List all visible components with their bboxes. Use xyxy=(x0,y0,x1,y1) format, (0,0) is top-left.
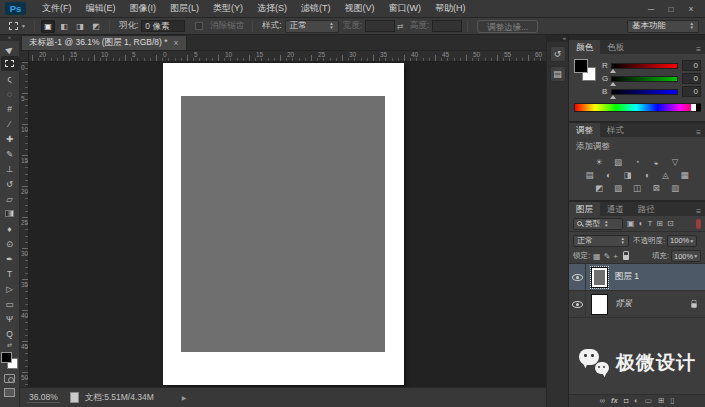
b-channel-value[interactable]: 0 xyxy=(682,86,701,97)
zoom-tool[interactable]: Q xyxy=(1,326,19,341)
panel-menu-icon[interactable]: ≡ xyxy=(696,128,705,137)
new-selection-button[interactable]: ▣ xyxy=(41,20,55,33)
gradient-tool[interactable] xyxy=(1,206,19,221)
eye-icon[interactable] xyxy=(572,274,583,281)
layer-row-1[interactable]: 图层 1 xyxy=(569,264,705,291)
zoom-level-field[interactable]: 36.08% xyxy=(27,392,60,403)
rectangle-tool[interactable]: ▭ xyxy=(1,296,19,311)
levels-adjustment-icon[interactable]: ▧ xyxy=(610,156,626,168)
pen-tool[interactable]: ✒ xyxy=(1,251,19,266)
maximize-button[interactable]: □ xyxy=(661,1,681,17)
tab-paths[interactable]: 路径 xyxy=(631,202,662,216)
slider-handle-icon[interactable] xyxy=(610,95,616,99)
layer-thumbnail[interactable] xyxy=(591,294,608,315)
expand-panels-icon[interactable]: « xyxy=(547,35,568,42)
add-to-selection-button[interactable]: ◧ xyxy=(57,20,71,33)
r-channel-slider[interactable] xyxy=(611,63,678,69)
pasteboard[interactable] xyxy=(29,62,546,387)
type-layer-filter-icon[interactable]: T xyxy=(647,219,652,228)
lock-position-icon[interactable]: + xyxy=(613,252,618,261)
layer-name[interactable]: 背景 xyxy=(615,298,632,310)
delete-layer-icon[interactable]: ▯ xyxy=(670,395,674,407)
quick-selection-tool[interactable]: ◌ xyxy=(1,86,19,101)
g-channel-value[interactable]: 0 xyxy=(682,73,701,84)
black-swatch[interactable] xyxy=(696,104,701,111)
gradient-map-adjustment-icon[interactable]: ▥ xyxy=(667,182,683,194)
crop-tool[interactable]: # xyxy=(1,101,19,116)
style-dropdown[interactable]: 正常 ▲▼ xyxy=(285,20,339,33)
layer-filter-type-dropdown[interactable]: 类型 ▲▼ xyxy=(573,218,623,230)
fill-input[interactable]: 100%▼ xyxy=(671,250,701,262)
menu-item-3[interactable]: 图像(I) xyxy=(123,0,164,17)
swap-colors-icon[interactable]: ⇄ xyxy=(7,341,12,349)
layer-thumbnail[interactable] xyxy=(591,267,608,288)
foreground-color-swatch[interactable] xyxy=(574,59,588,73)
swap-width-height-icon[interactable]: ⇄ xyxy=(397,22,404,31)
new-layer-icon[interactable]: ⊞ xyxy=(658,395,664,407)
width-input[interactable] xyxy=(365,20,395,32)
menu-item-5[interactable]: 类型(Y) xyxy=(206,0,250,17)
gray-rectangle-layer[interactable] xyxy=(181,96,385,352)
layer-style-icon[interactable]: fx xyxy=(611,395,618,407)
clone-stamp-tool[interactable]: ⊥ xyxy=(1,161,19,176)
color-balance-adjustment-icon[interactable]: ◐ xyxy=(601,169,617,181)
close-tab-icon[interactable]: × xyxy=(174,38,179,48)
tab-channels[interactable]: 通道 xyxy=(600,202,631,216)
rectangular-marquee-tool[interactable] xyxy=(1,56,19,71)
menu-item-2[interactable]: 编辑(E) xyxy=(79,0,123,17)
lasso-tool[interactable]: ς xyxy=(1,71,19,86)
slider-handle-icon[interactable] xyxy=(610,82,616,86)
new-group-icon[interactable]: ▭ xyxy=(645,395,652,407)
refine-edge-button[interactable]: 调整边缘... xyxy=(477,20,538,33)
photo-filter-adjustment-icon[interactable]: ◖ xyxy=(639,169,655,181)
move-tool[interactable]: ▶ xyxy=(1,41,19,56)
eraser-tool[interactable]: ▱ xyxy=(1,191,19,206)
menu-item-1[interactable]: 文件(F) xyxy=(35,0,79,17)
layer-row-2[interactable]: 背景 xyxy=(569,291,705,318)
layer-filter-switch[interactable] xyxy=(696,219,701,229)
subtract-from-selection-button[interactable]: ◨ xyxy=(73,20,87,33)
adjustment-layer-filter-icon[interactable]: ◐ xyxy=(639,219,644,228)
tool-preset-picker[interactable]: ▼ xyxy=(6,22,29,30)
type-tool[interactable]: T xyxy=(1,266,19,281)
black-white-adjustment-icon[interactable]: ◨ xyxy=(620,169,636,181)
lock-all-icon[interactable] xyxy=(623,255,629,260)
menu-item-10[interactable]: 帮助(H) xyxy=(428,0,473,17)
color-spectrum-ramp[interactable] xyxy=(574,103,701,112)
curves-adjustment-icon[interactable]: ◔ xyxy=(629,156,645,168)
panel-menu-icon[interactable]: ≡ xyxy=(696,207,705,216)
g-channel-slider[interactable] xyxy=(611,76,678,82)
tab-layers[interactable]: 图层 xyxy=(569,202,600,216)
invert-adjustment-icon[interactable]: ◩ xyxy=(591,182,607,194)
document-page[interactable] xyxy=(163,63,404,385)
menu-item-8[interactable]: 视图(V) xyxy=(338,0,382,17)
menu-item-6[interactable]: 选择(S) xyxy=(250,0,294,17)
status-menu-arrow-icon[interactable]: ▶ xyxy=(182,394,187,401)
lock-paint-icon[interactable]: ✎ xyxy=(604,252,611,261)
height-input[interactable] xyxy=(432,20,462,32)
brightness-contrast-adjustment-icon[interactable]: ☀ xyxy=(591,156,607,168)
brush-tool[interactable]: ✎ xyxy=(1,146,19,161)
link-layers-icon[interactable]: ∞ xyxy=(600,395,605,407)
blend-mode-dropdown[interactable]: 正常 ▲▼ xyxy=(573,235,629,247)
menu-item-4[interactable]: 图层(L) xyxy=(163,0,206,17)
r-channel-value[interactable]: 0 xyxy=(682,60,701,71)
menu-item-7[interactable]: 滤镜(T) xyxy=(294,0,338,17)
layer-name[interactable]: 图层 1 xyxy=(615,271,639,283)
intersect-selection-button[interactable]: ◩ xyxy=(89,20,103,33)
tab-adjustments[interactable]: 调整 xyxy=(569,123,600,137)
vibrance-adjustment-icon[interactable]: ▽ xyxy=(667,156,683,168)
history-panel-button[interactable]: ↺ xyxy=(550,46,566,62)
layer-visibility-cell[interactable] xyxy=(569,291,586,317)
path-selection-tool[interactable]: ▷ xyxy=(1,281,19,296)
history-brush-tool[interactable]: ↺ xyxy=(1,176,19,191)
exposure-adjustment-icon[interactable]: ◒ xyxy=(648,156,664,168)
workspace-switcher[interactable]: 基本功能 ▲▼ xyxy=(627,20,699,33)
hand-tool[interactable]: Ψ xyxy=(1,311,19,326)
slider-handle-icon[interactable] xyxy=(610,69,616,73)
close-button[interactable]: × xyxy=(681,1,701,17)
pixel-layer-filter-icon[interactable]: ▣ xyxy=(627,219,635,228)
add-layer-mask-icon[interactable]: ◘ xyxy=(624,395,629,407)
menu-item-9[interactable]: 窗口(W) xyxy=(382,0,429,17)
new-adjustment-layer-icon[interactable]: ◐ xyxy=(634,395,639,407)
